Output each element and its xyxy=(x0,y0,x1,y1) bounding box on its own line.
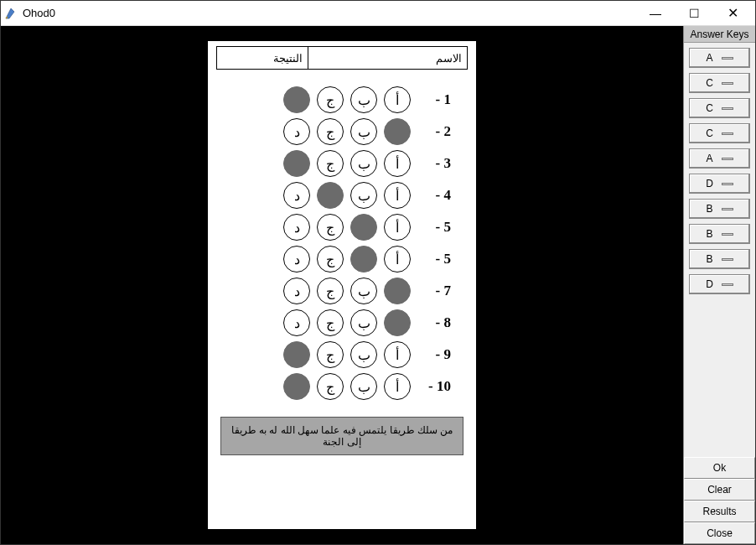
bubble-option[interactable]: د xyxy=(283,182,310,209)
answer-key-label: C xyxy=(706,77,713,89)
answer-key-dropdown[interactable]: B xyxy=(689,249,750,269)
bubble-option[interactable]: أ xyxy=(384,86,411,113)
answer-key-dropdown[interactable]: B xyxy=(689,224,750,244)
bubble-row: دجبأ- 4 xyxy=(233,182,451,209)
bubble-option[interactable]: أ xyxy=(384,150,411,177)
bubble-option[interactable]: ب xyxy=(350,150,377,177)
answer-key-label: A xyxy=(706,153,712,164)
bubble-option[interactable]: د xyxy=(283,118,310,145)
canvas: النتيجة الاسم دجبأ- 1دجبأ- 2دجبأ- 3دجبأ-… xyxy=(1,26,683,544)
bubble-option[interactable]: د xyxy=(283,214,310,241)
ok-button[interactable]: Ok xyxy=(684,457,755,479)
dropdown-icon xyxy=(722,233,733,236)
answer-key-dropdown[interactable]: D xyxy=(689,274,750,294)
close-button[interactable]: ✕ xyxy=(713,1,752,26)
app-icon xyxy=(4,7,18,20)
answer-key-dropdown[interactable]: C xyxy=(689,73,750,93)
bubble-option[interactable]: ب xyxy=(350,341,377,368)
bubble-option[interactable]: ب xyxy=(350,118,377,145)
name-cell: الاسم xyxy=(308,46,468,70)
bubble-option[interactable]: ج xyxy=(317,373,344,400)
row-number: - 9 xyxy=(417,346,451,363)
bubble-option[interactable]: د xyxy=(283,86,310,113)
bubble-option[interactable]: ج xyxy=(317,341,344,368)
bubble-option[interactable]: د xyxy=(283,373,310,400)
action-buttons: Ok Clear Results Close xyxy=(684,457,755,544)
bubble-option[interactable]: ب xyxy=(350,278,377,304)
close-icon: ✕ xyxy=(728,5,738,21)
bubble-option[interactable]: ب xyxy=(350,214,377,241)
results-button[interactable]: Results xyxy=(684,501,755,522)
bubble-option[interactable]: ج xyxy=(317,150,344,177)
dropdown-icon xyxy=(722,183,733,185)
bubble-option[interactable]: أ xyxy=(384,278,411,304)
bubble-option[interactable]: د xyxy=(283,150,310,177)
answer-key-list: ACCCADBBBD xyxy=(684,43,755,299)
answer-key-label: B xyxy=(706,228,712,240)
answer-key-dropdown[interactable]: C xyxy=(689,123,750,143)
bubble-option[interactable]: ج xyxy=(317,214,344,241)
bubble-row: دجبأ- 9 xyxy=(233,341,451,368)
row-number: - 8 xyxy=(417,314,451,331)
clear-button[interactable]: Clear xyxy=(684,479,755,501)
bubble-row: دجبأ- 3 xyxy=(233,150,451,177)
bubble-row: دجبأ- 5 xyxy=(233,214,451,241)
window-title: Ohod0 xyxy=(23,7,55,19)
bubble-option[interactable]: ب xyxy=(350,309,377,336)
row-number: - 4 xyxy=(417,187,451,204)
bubble-option[interactable]: د xyxy=(283,341,310,368)
maximize-icon: ☐ xyxy=(689,7,700,20)
score-cell: النتيجة xyxy=(216,46,308,70)
bubble-option[interactable]: ج xyxy=(317,246,344,272)
bubble-option[interactable]: أ xyxy=(384,373,411,400)
title-bar: Ohod0 — ☐ ✕ xyxy=(1,1,755,26)
bubble-option[interactable]: ج xyxy=(317,182,344,209)
row-number: - 10 xyxy=(417,378,451,395)
bubble-option[interactable]: أ xyxy=(384,341,411,368)
bubble-option[interactable]: أ xyxy=(384,246,411,272)
bubble-option[interactable]: ب xyxy=(350,86,377,113)
row-number: - 2 xyxy=(417,123,451,140)
bubble-option[interactable]: د xyxy=(283,309,310,336)
quote-box: من سلك طريقا يلتمس فيه علما سهل الله له … xyxy=(220,417,463,455)
row-number: - 7 xyxy=(417,283,451,299)
minimize-button[interactable]: — xyxy=(636,1,675,26)
answer-key-dropdown[interactable]: D xyxy=(689,174,750,194)
bubble-option[interactable]: ب xyxy=(350,246,377,272)
app-window: Ohod0 — ☐ ✕ النتيجة الاسم دجبأ- 1دجبأ- 2… xyxy=(0,0,756,545)
dropdown-icon xyxy=(722,57,733,60)
bubble-option[interactable]: ج xyxy=(317,86,344,113)
answer-key-label: D xyxy=(706,278,713,290)
answer-key-label: C xyxy=(706,127,713,139)
bubble-row: دجبأ- 1 xyxy=(233,86,451,113)
dropdown-icon xyxy=(722,258,733,261)
bubble-option[interactable]: د xyxy=(283,278,310,304)
bubble-option[interactable]: ج xyxy=(317,278,344,304)
bubble-option[interactable]: ج xyxy=(317,309,344,336)
close-action-button[interactable]: Close xyxy=(684,522,755,544)
answer-key-label: B xyxy=(706,203,712,215)
bubble-option[interactable]: أ xyxy=(384,182,411,209)
minimize-icon: — xyxy=(650,7,661,20)
sidebar-title: Answer Keys xyxy=(684,26,755,43)
bubble-option[interactable]: ب xyxy=(350,182,377,209)
bubble-option[interactable]: أ xyxy=(384,118,411,145)
bubble-option[interactable]: ج xyxy=(317,118,344,145)
answer-key-dropdown[interactable]: A xyxy=(689,48,750,68)
answer-key-label: C xyxy=(706,102,713,114)
bubble-row: دجبأ- 7 xyxy=(233,278,451,304)
bubble-row: دجبأ- 2 xyxy=(233,118,451,145)
dropdown-icon xyxy=(722,283,733,286)
dropdown-icon xyxy=(722,208,733,210)
answer-key-dropdown[interactable]: C xyxy=(689,98,750,118)
answer-key-label: A xyxy=(706,52,712,64)
bubble-option[interactable]: أ xyxy=(384,309,411,336)
bubble-row: دجبأ- 5 xyxy=(233,246,451,272)
answer-key-dropdown[interactable]: A xyxy=(689,148,750,169)
bubble-option[interactable]: د xyxy=(283,246,310,272)
bubble-option[interactable]: أ xyxy=(384,214,411,241)
maximize-button[interactable]: ☐ xyxy=(675,1,713,26)
bubble-option[interactable]: ب xyxy=(350,373,377,400)
sidebar: Answer Keys ACCCADBBBD Ok Clear Results … xyxy=(683,26,755,544)
answer-key-dropdown[interactable]: B xyxy=(689,199,750,219)
